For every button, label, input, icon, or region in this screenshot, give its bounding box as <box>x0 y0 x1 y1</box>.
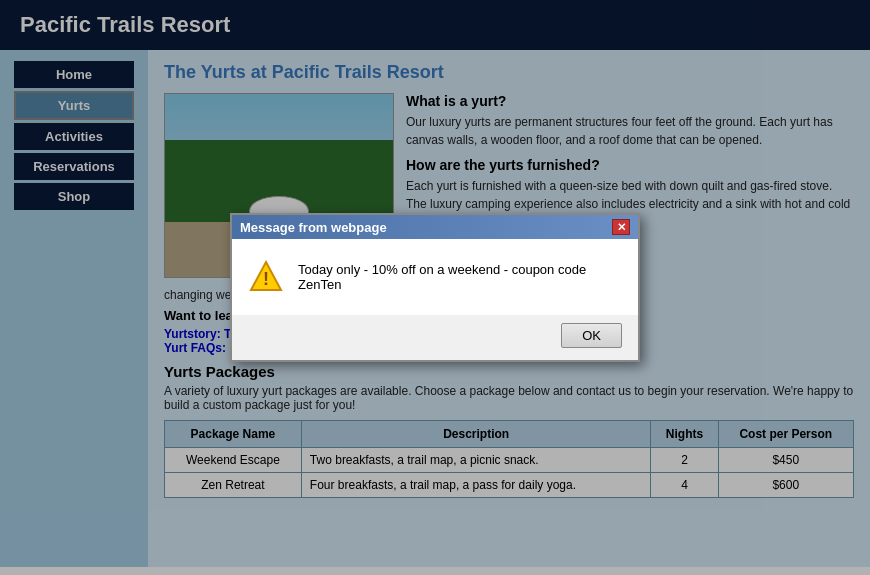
modal-body: ! Today only - 10% off on a weekend - co… <box>232 239 638 315</box>
modal-overlay: Message from webpage ✕ ! Today only - 10… <box>0 0 870 575</box>
message-dialog: Message from webpage ✕ ! Today only - 10… <box>230 213 640 362</box>
modal-close-button[interactable]: ✕ <box>612 219 630 235</box>
modal-message: Today only - 10% off on a weekend - coup… <box>298 262 622 292</box>
warning-icon: ! <box>248 259 284 295</box>
modal-footer: OK <box>232 315 638 360</box>
modal-titlebar: Message from webpage ✕ <box>232 215 638 239</box>
ok-button[interactable]: OK <box>561 323 622 348</box>
modal-title: Message from webpage <box>240 220 387 235</box>
svg-text:!: ! <box>263 269 269 289</box>
